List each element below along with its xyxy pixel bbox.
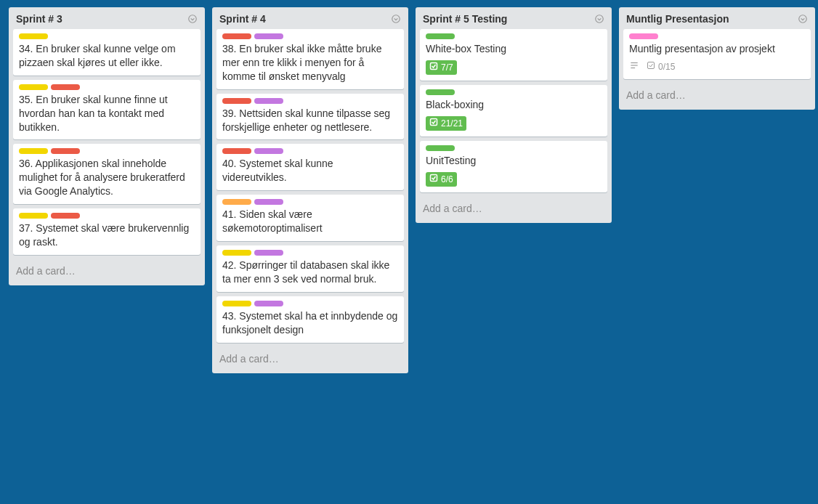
card[interactable]: 42. Spørringer til databasen skal ikke t… (216, 245, 404, 292)
label-green[interactable] (426, 145, 455, 151)
description-icon (629, 60, 639, 73)
card-labels (222, 301, 398, 306)
list-title[interactable]: Sprint # 3 (16, 13, 62, 25)
list-title[interactable]: Sprint # 5 Testing (423, 13, 507, 25)
label-purple[interactable] (254, 301, 283, 306)
card-text: 34. En bruker skal kunne velge om pizzae… (19, 42, 195, 70)
list-menu-icon[interactable] (594, 14, 604, 24)
card[interactable]: 35. En bruker skal kunne finne ut hvorda… (13, 80, 201, 140)
svg-point-0 (189, 15, 197, 23)
list-header: Muntlig Presentasjon (619, 7, 815, 29)
list-sprint-4: Sprint # 4 38. En bruker skal ikke måtte… (212, 7, 408, 373)
card[interactable]: UnitTesting 6/6 (420, 141, 607, 192)
card-labels (222, 148, 398, 154)
svg-rect-3 (431, 62, 437, 69)
card[interactable]: Muntlig presentasjon av prosjekt 0/15 (623, 29, 811, 79)
card-text: 37. Systemet skal være brukervennlig og … (19, 221, 195, 249)
label-pink[interactable] (629, 33, 658, 39)
card-labels (426, 89, 602, 95)
list-sprint-3: Sprint # 3 34. En bruker skal kunne velg… (9, 7, 205, 285)
label-purple[interactable] (254, 199, 283, 205)
card-labels (426, 145, 602, 151)
card-text: Muntlig presentasjon av prosjekt (629, 42, 805, 56)
svg-point-1 (392, 15, 400, 23)
label-purple[interactable] (254, 148, 283, 154)
label-red[interactable] (222, 98, 251, 104)
label-red[interactable] (51, 213, 80, 219)
label-red[interactable] (222, 148, 251, 154)
card-labels (222, 33, 398, 39)
add-card-button[interactable]: Add a card… (9, 259, 205, 283)
card[interactable]: 41. Siden skal være søkemotoroptimaliser… (216, 195, 404, 241)
card-text: 38. En bruker skal ikke måtte bruke mer … (222, 42, 398, 84)
list-title[interactable]: Sprint # 4 (219, 13, 266, 25)
card-labels (222, 199, 398, 205)
list-menu-icon[interactable] (798, 14, 808, 24)
card-badges: 6/6 (426, 172, 602, 187)
list-menu-icon[interactable] (187, 14, 198, 24)
card[interactable]: Black-boxing 21/21 (420, 85, 607, 137)
checklist-icon (429, 118, 438, 129)
checklist-badge: 0/15 (647, 61, 675, 73)
card-labels (19, 213, 195, 219)
card-badges: 0/15 (629, 60, 805, 73)
card[interactable]: 37. Systemet skal være brukervennlig og … (13, 208, 201, 255)
card-text: 42. Spørringer til databasen skal ikke t… (222, 259, 398, 286)
checklist-icon (429, 62, 438, 73)
card[interactable]: 34. En bruker skal kunne velge om pizzae… (13, 29, 201, 76)
label-yellow[interactable] (19, 148, 48, 154)
card-labels (19, 148, 195, 154)
card-text: 40. Systemet skal kunne videreutvikles. (222, 157, 398, 184)
label-yellow[interactable] (19, 84, 48, 90)
list-title[interactable]: Muntlig Presentasjon (626, 13, 729, 25)
card[interactable]: 40. Systemet skal kunne videreutvikles. (216, 144, 404, 190)
label-yellow[interactable] (222, 301, 251, 306)
card-labels (19, 33, 195, 39)
label-purple[interactable] (254, 98, 283, 104)
svg-point-2 (596, 15, 604, 23)
label-yellow[interactable] (19, 213, 48, 219)
checklist-count: 6/6 (441, 174, 453, 185)
label-purple[interactable] (254, 250, 283, 256)
card-labels (426, 33, 602, 39)
checklist-badge: 7/7 (426, 60, 457, 75)
svg-rect-4 (431, 118, 437, 125)
add-card-button[interactable]: Add a card… (212, 347, 408, 370)
card-badges: 7/7 (426, 60, 602, 75)
checklist-badge: 21/21 (426, 116, 466, 131)
card[interactable]: 36. Applikasjonen skal inneholde mulighe… (13, 144, 201, 204)
label-purple[interactable] (254, 33, 283, 39)
card-labels (629, 33, 805, 39)
svg-rect-10 (648, 62, 655, 68)
label-red[interactable] (51, 148, 80, 154)
checklist-badge: 6/6 (426, 172, 457, 187)
label-red[interactable] (51, 84, 80, 90)
card[interactable]: 43. Systemet skal ha et innbydende og fu… (216, 296, 404, 343)
list-menu-icon[interactable] (391, 14, 401, 24)
checklist-count: 21/21 (441, 118, 463, 129)
card-text: 35. En bruker skal kunne finne ut hvorda… (19, 93, 195, 134)
card-text: UnitTesting (426, 154, 602, 168)
card-text: 39. Nettsiden skal kunne tilpasse seg fo… (222, 107, 398, 134)
card[interactable]: White-box Testing 7/7 (420, 29, 607, 81)
label-yellow[interactable] (19, 33, 48, 39)
card-text: 41. Siden skal være søkemotoroptimaliser… (222, 208, 398, 235)
list-muntlig-presentasjon: Muntlig Presentasjon Muntlig presentasjo… (619, 7, 815, 110)
checklist-count: 0/15 (658, 61, 675, 73)
card-labels (222, 250, 398, 256)
card[interactable]: 38. En bruker skal ikke måtte bruke mer … (216, 29, 404, 89)
list-sprint-5-testing: Sprint # 5 Testing White-box Testing 7/7… (416, 7, 612, 223)
label-green[interactable] (426, 89, 455, 95)
list-header: Sprint # 3 (9, 7, 205, 29)
label-yellow[interactable] (222, 250, 251, 256)
card-badges: 21/21 (426, 116, 602, 131)
card-text: White-box Testing (426, 42, 602, 56)
description-badge (629, 60, 639, 73)
checklist-count: 7/7 (441, 62, 453, 73)
add-card-button[interactable]: Add a card… (619, 84, 815, 107)
add-card-button[interactable]: Add a card… (416, 197, 612, 220)
label-green[interactable] (426, 33, 455, 39)
label-orange[interactable] (222, 199, 251, 205)
card[interactable]: 39. Nettsiden skal kunne tilpasse seg fo… (216, 94, 404, 140)
label-red[interactable] (222, 33, 251, 39)
